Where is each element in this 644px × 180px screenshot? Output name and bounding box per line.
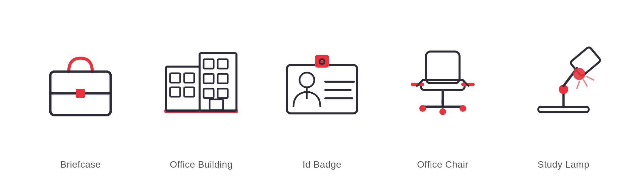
id-badge-label: Id Badge	[303, 159, 341, 170]
svg-point-43	[573, 68, 585, 80]
svg-rect-11	[218, 59, 228, 69]
svg-point-32	[439, 108, 446, 115]
svg-line-45	[584, 80, 587, 86]
svg-rect-6	[170, 73, 180, 83]
svg-point-20	[320, 60, 324, 63]
svg-rect-7	[184, 73, 194, 83]
svg-point-31	[419, 105, 426, 112]
office-building-label: Office Building	[170, 159, 233, 170]
study-lamp-label: Study Lamp	[538, 159, 589, 170]
svg-point-33	[460, 105, 466, 112]
icon-item-office-building[interactable]: Office Building	[141, 10, 262, 173]
svg-rect-26	[426, 52, 460, 83]
svg-rect-10	[204, 59, 214, 69]
svg-rect-12	[204, 74, 214, 83]
svg-rect-15	[218, 89, 228, 98]
svg-point-21	[300, 73, 314, 87]
icons-container: Briefcase	[20, 0, 624, 180]
study-lamp-icon	[503, 10, 624, 153]
briefcase-label: Briefcase	[60, 159, 101, 170]
svg-rect-13	[218, 74, 228, 83]
office-building-icon	[141, 10, 262, 153]
icon-item-id-badge[interactable]: Id Badge	[262, 10, 382, 173]
svg-line-44	[577, 82, 579, 88]
office-chair-icon	[382, 10, 503, 153]
office-chair-label: Office Chair	[417, 159, 468, 170]
icon-item-study-lamp[interactable]: Study Lamp	[503, 10, 624, 173]
icon-item-briefcase[interactable]: Briefcase	[20, 10, 141, 173]
svg-rect-9	[184, 87, 194, 97]
svg-rect-2	[76, 89, 85, 98]
id-badge-icon	[262, 10, 382, 153]
svg-rect-14	[204, 89, 214, 98]
svg-line-46	[587, 77, 594, 80]
icon-item-office-chair[interactable]: Office Chair	[382, 10, 503, 173]
svg-rect-8	[170, 87, 180, 97]
briefcase-icon	[20, 10, 141, 153]
svg-rect-16	[210, 99, 223, 110]
